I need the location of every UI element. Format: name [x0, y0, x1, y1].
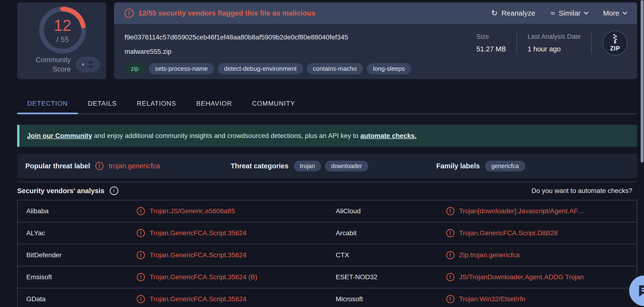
family-label-genericfca[interactable]: genericfca: [485, 161, 525, 172]
banner-text: and enjoy additional community insights …: [92, 132, 360, 140]
threat-category-downloader[interactable]: downloader: [325, 161, 368, 172]
detection-result-text: Trojan.GenericFCA.Script.D8B28: [459, 229, 558, 237]
similar-button[interactable]: ≈ Similar: [550, 9, 588, 17]
community-banner: Join our Community and enjoy additional …: [17, 125, 637, 147]
detection-result-text: Trojan.GenericFCA.Script.35624: [150, 229, 246, 237]
vendor-name: CTX: [327, 251, 446, 259]
zipper-icon: [612, 34, 618, 44]
reanalyze-button[interactable]: ↻ Reanalyze: [491, 9, 536, 17]
vendor-result: !Trojan.GenericFCA.Script.35624: [137, 295, 327, 303]
detection-result-text: Trojan.GenericFCA.Script.35624 (B): [150, 273, 257, 281]
vendor-name: GData: [18, 295, 137, 303]
last-analysis-value: 1 hour ago: [528, 45, 581, 53]
last-analysis-label: Last Analysis Date: [528, 33, 581, 40]
tab-detection[interactable]: DETECTION: [17, 95, 78, 114]
vote-up-icon[interactable]: [88, 60, 94, 63]
score-total: / 55: [38, 36, 87, 44]
vote-arrows-icon[interactable]: [88, 60, 94, 69]
popular-threat-label: Popular threat label: [25, 162, 90, 170]
table-row: GData!Trojan.GenericFCA.Script.35624Micr…: [18, 288, 636, 307]
reanalyze-icon: ↻: [491, 9, 498, 17]
vendor-name: ALYac: [18, 229, 137, 237]
feedback-bubble-icon: [637, 284, 644, 298]
community-score-label: Community Score: [25, 55, 71, 74]
table-row: BitDefender!Trojan.GenericFCA.Script.356…: [18, 244, 636, 266]
chevron-down-icon: [622, 10, 627, 14]
alert-icon: !: [137, 251, 145, 259]
table-row: Alibaba!Trojan:JS/Generic.e5606a85AliClo…: [18, 200, 636, 222]
vendors-analysis-title: Security vendors' analysis: [17, 187, 104, 195]
table-row: Emsisoft!Trojan.GenericFCA.Script.35624 …: [18, 266, 636, 288]
family-label-pills: genericfca: [485, 161, 525, 172]
community-vote-widget[interactable]: [76, 57, 100, 72]
similar-icon: ≈: [550, 9, 555, 17]
vendor-result: !Zip.trojan.genericfca: [446, 251, 637, 259]
vote-down-icon[interactable]: [88, 66, 94, 69]
vendor-name: Emsisoft: [18, 273, 137, 281]
file-type-badge: ZIP: [603, 30, 628, 56]
detection-alert-strip: ! 12/55 security vendors flagged this fi…: [114, 2, 637, 24]
tab-community[interactable]: COMMUNITY: [242, 95, 305, 114]
file-header-card: ! 12/55 security vendors flagged this fi…: [114, 2, 637, 79]
file-tag-contains-macho[interactable]: contains-macho: [307, 63, 363, 74]
vendor-result: !Trojan.GenericFCA.Script.35624: [137, 229, 327, 237]
table-row: ALYac!Trojan.GenericFCA.Script.35624Arca…: [18, 222, 636, 244]
file-tag-detect-debug-environment[interactable]: detect-debug-environment: [218, 63, 303, 74]
vendor-result: !Trojan:Win32/Etset!rfn: [446, 295, 637, 303]
threat-summary-row: Popular threat label ! trojan.genericfca…: [17, 154, 637, 178]
automate-checks-prompt[interactable]: Do you want to automate checks?: [532, 187, 632, 194]
size-value: 51.27 MB: [476, 45, 506, 53]
vendor-name: Alibaba: [18, 207, 137, 215]
detection-result-text: Trojan:Win32/Etset!rfn: [459, 295, 526, 303]
alert-icon: !: [446, 207, 454, 215]
file-summary: f9e0376114c57d659025ceb46f1ef48aa80b8af5…: [114, 24, 637, 79]
last-analysis-block: Last Analysis Date 1 hour ago: [517, 33, 591, 53]
vendor-result: !JS/TrojanDownloader.Agent.ADDG Trojan: [446, 273, 637, 281]
popular-threat-value[interactable]: trojan.genericfca: [109, 162, 160, 170]
alert-icon: !: [446, 251, 454, 259]
alert-icon: !: [446, 229, 454, 237]
file-tag-zip[interactable]: zip: [124, 63, 145, 74]
join-community-link[interactable]: Join our Community: [27, 132, 92, 140]
tab-details[interactable]: DETAILS: [78, 95, 127, 114]
vendor-name: Arcabit: [327, 229, 446, 237]
vendors-analysis-header: Security vendors' analysis i Do you want…: [17, 182, 637, 200]
file-tag-long-sleeps[interactable]: long-sleeps: [367, 63, 411, 74]
detection-result-text: Trojan:JS/Generic.e5606a85: [150, 207, 235, 215]
more-button[interactable]: More: [603, 9, 626, 17]
vendor-result: !Trojan[downloader]:Javascript/Agent.AF…: [446, 207, 637, 215]
file-tags: zipsets-process-namedetect-debug-environ…: [124, 63, 637, 74]
vote-dot-icon: [82, 63, 84, 66]
tab-bar: DETECTIONDETAILSRELATIONSBEHAVIORCOMMUNI…: [17, 95, 637, 114]
file-type-label: ZIP: [610, 45, 620, 52]
tab-behavior[interactable]: BEHAVIOR: [186, 95, 242, 114]
threat-categories-label: Threat categories: [231, 162, 288, 170]
virustotal-detection-page: 12 / 55 Community Score ! 12/55 security…: [0, 0, 644, 307]
threat-category-pills: trojandownloader: [294, 161, 368, 172]
file-size-block: Size 51.27 MB: [466, 33, 516, 53]
score-value: 12: [38, 16, 87, 34]
info-icon[interactable]: i: [110, 186, 118, 195]
tab-relations[interactable]: RELATIONS: [127, 95, 186, 114]
vendor-name: AliCloud: [327, 207, 446, 215]
divider: [591, 32, 592, 54]
vendor-result: !Trojan.GenericFCA.Script.35624 (B): [137, 273, 327, 281]
detection-result-text: Trojan.GenericFCA.Script.35624: [150, 251, 246, 259]
alert-icon: !: [137, 273, 145, 281]
family-labels-label: Family labels: [436, 162, 480, 170]
threat-category-trojan[interactable]: trojan: [294, 161, 321, 172]
alert-icon: !: [446, 273, 454, 281]
file-tag-sets-process-name[interactable]: sets-process-name: [149, 63, 214, 74]
detection-result-text: Trojan.GenericFCA.Script.35624: [150, 295, 246, 303]
detection-alert-text: 12/55 security vendors flagged this file…: [138, 9, 315, 17]
community-score-card: 12 / 55 Community Score: [17, 2, 106, 79]
alert-icon: !: [124, 8, 134, 18]
automate-checks-link[interactable]: automate checks.: [360, 132, 416, 140]
detection-result-text: JS/TrojanDownloader.Agent.ADDG Trojan: [459, 273, 584, 281]
vendor-result: !Trojan.GenericFCA.Script.35624: [137, 251, 327, 259]
alert-icon: !: [137, 229, 145, 237]
chevron-down-icon: [584, 10, 588, 14]
size-label: Size: [476, 33, 506, 40]
detection-result-text: Zip.trojan.genericfca: [459, 251, 520, 259]
page-scrollbar[interactable]: [641, 0, 644, 162]
